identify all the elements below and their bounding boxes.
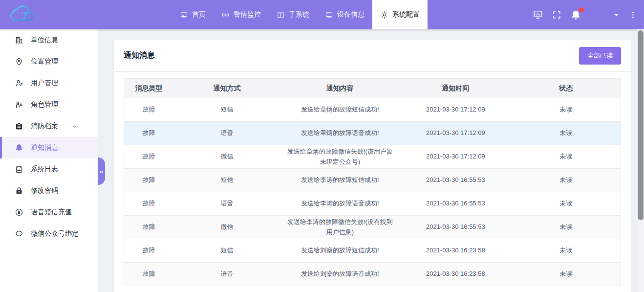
bell-icon[interactable] xyxy=(570,9,581,21)
table-row[interactable]: 故障语音发送给刘燊的故障语音成功!2021-03-30 16:23:58未读 xyxy=(124,263,621,286)
notify-time-cell: 2021-03-30 16:23:58 xyxy=(400,263,512,286)
notify-content-cell: 发送给李涛的故障短信成功! xyxy=(280,169,400,192)
notify-method-cell: 短信 xyxy=(173,169,280,192)
msg-type-cell: 故障 xyxy=(124,216,174,239)
sidebar-item-log[interactable]: 系统日志 xyxy=(0,158,98,180)
recharge-icon xyxy=(15,208,23,217)
column-header: 消息类型 xyxy=(124,79,174,98)
sidebar-item-label: 单位信息 xyxy=(31,36,58,45)
nav-item-label: 系统配置 xyxy=(392,10,420,19)
column-header: 状态 xyxy=(512,79,621,98)
notify-content-cell: 发送给李涛的故障微信失败!(没有找到用户信息) xyxy=(280,216,400,239)
table-row[interactable]: 故障语音发送给李涛的故障语音成功!2021-03-30 16:55:53未读 xyxy=(124,192,621,216)
nav-item-label: 首页 xyxy=(192,10,206,19)
alarm-monitor-icon xyxy=(221,11,230,19)
notify-time-cell: 2021-03-30 16:23:58 xyxy=(400,239,512,263)
card-header: 通知消息 全部已读 xyxy=(114,40,631,72)
table-row[interactable]: 故障短信发送给章炳的故障短信成功!2021-03-30 17:12:09未读 xyxy=(124,98,621,122)
dashboard-icon[interactable] xyxy=(533,9,543,20)
notification-table-wrap: 消息类型通知方式通知内容通知时间状态 故障短信发送给章炳的故障短信成功!2021… xyxy=(114,72,631,286)
table-header-row: 消息类型通知方式通知内容通知时间状态 xyxy=(124,79,621,98)
sidebar-item-user[interactable]: 用户管理 xyxy=(0,72,98,94)
nav-item-subsystem[interactable]: 子系统 xyxy=(269,0,317,29)
msg-type-cell: 故障 xyxy=(124,192,174,216)
notify-time-cell: 2021-03-30 16:55:53 xyxy=(400,192,512,216)
sidebar-item-clipboard[interactable]: 消防档案 xyxy=(0,115,98,137)
top-navbar: T 首页警情监控子系统设备信息系统配置 xyxy=(0,0,644,29)
clipboard-icon xyxy=(15,122,23,131)
column-header: 通知方式 xyxy=(173,79,280,98)
notify-method-cell: 微信 xyxy=(173,216,280,239)
role-icon xyxy=(15,100,23,109)
nav-item-label: 警情监控 xyxy=(234,10,261,19)
lock-icon xyxy=(15,186,23,195)
wechat-icon xyxy=(15,229,23,238)
notify-content-cell: 发送给刘燊的故障短信成功! xyxy=(280,239,400,263)
sidebar-item-recharge[interactable]: 语音短信充值 xyxy=(0,202,98,223)
device-info-icon xyxy=(325,11,333,19)
sidebar: 单位信息位置管理用户管理角色管理消防档案通知消息系统日志修改密码语音短信充值微信… xyxy=(0,29,98,292)
caret-down-icon[interactable] xyxy=(613,11,620,19)
notification-table: 消息类型通知方式通知内容通知时间状态 故障短信发送给章炳的故障短信成功!2021… xyxy=(124,78,621,286)
sidebar-collapse-toggle[interactable]: « xyxy=(98,157,105,185)
fullscreen-icon[interactable] xyxy=(552,10,561,20)
status-cell: 未读 xyxy=(512,192,621,216)
cloud-logo-icon: T xyxy=(9,2,41,27)
table-row[interactable]: 故障微信发送给章炳的故障微信失败!(该用户暂未绑定公众号)2021-03-30 … xyxy=(124,145,621,169)
msg-type-cell: 故障 xyxy=(124,169,174,192)
log-icon xyxy=(15,165,23,174)
status-cell: 未读 xyxy=(512,263,621,286)
nav-item-label: 子系统 xyxy=(289,10,309,19)
table-row[interactable]: 故障短信发送给刘燊的故障短信成功!2021-03-30 16:23:58未读 xyxy=(124,239,621,263)
nav-item-alarm-monitor[interactable]: 警情监控 xyxy=(214,0,269,29)
table-row[interactable]: 故障短信发送给李涛的故障短信成功!2021-03-30 16:55:53未读 xyxy=(124,169,621,192)
sidebar-item-wechat[interactable]: 微信公众号绑定 xyxy=(0,223,98,245)
table-body: 故障短信发送给章炳的故障短信成功!2021-03-30 17:12:09未读故障… xyxy=(124,98,621,286)
notify-method-cell: 语音 xyxy=(173,192,280,216)
nav-item-gear[interactable]: 系统配置 xyxy=(372,0,428,29)
nav-item-device-info[interactable]: 设备信息 xyxy=(317,0,372,29)
sidebar-item-label: 语音短信充值 xyxy=(31,208,72,217)
notify-content-cell: 发送给章炳的故障语音成功! xyxy=(280,122,400,145)
column-header: 通知内容 xyxy=(280,79,400,98)
msg-type-cell: 故障 xyxy=(124,263,174,286)
sidebar-item-label: 系统日志 xyxy=(31,165,58,174)
notify-method-cell: 短信 xyxy=(173,98,280,122)
notify-method-cell: 短信 xyxy=(173,239,280,263)
mark-all-read-button[interactable]: 全部已读 xyxy=(579,47,621,65)
notify-method-cell: 微信 xyxy=(173,145,280,169)
notify-content-cell: 发送给刘燊的故障语音成功! xyxy=(280,263,400,286)
table-row[interactable]: 故障语音发送给章炳的故障语音成功!2021-03-30 17:12:09未读 xyxy=(124,122,621,145)
sidebar-item-label: 消防档案 xyxy=(31,122,58,131)
sidebar-item-label: 用户管理 xyxy=(31,79,58,88)
sidebar-item-lock[interactable]: 修改密码 xyxy=(0,180,98,202)
scrollbar-thumb[interactable] xyxy=(638,30,644,220)
scrollbar-track xyxy=(637,29,644,292)
sidebar-item-role[interactable]: 角色管理 xyxy=(0,94,98,115)
sidebar-item-location-pin[interactable]: 位置管理 xyxy=(0,51,98,72)
notify-time-cell: 2021-03-30 16:55:53 xyxy=(400,169,512,192)
kebab-menu-icon[interactable] xyxy=(629,11,637,19)
msg-type-cell: 故障 xyxy=(124,98,174,122)
location-pin-icon xyxy=(15,57,23,66)
table-row[interactable]: 故障微信发送给李涛的故障微信失败!(没有找到用户信息)2021-03-30 16… xyxy=(124,216,621,239)
msg-type-cell: 故障 xyxy=(124,239,174,263)
sidebar-item-label: 角色管理 xyxy=(31,100,58,109)
sidebar-item-label: 位置管理 xyxy=(31,57,58,66)
notification-badge-dot xyxy=(579,7,584,12)
nav-item-label: 设备信息 xyxy=(337,10,365,19)
status-cell: 未读 xyxy=(512,216,621,239)
notify-method-cell: 语音 xyxy=(173,263,280,286)
notify-content-cell: 发送给李涛的故障语音成功! xyxy=(280,192,400,216)
sidebar-item-label: 通知消息 xyxy=(31,143,58,152)
sidebar-item-bell[interactable]: 通知消息 xyxy=(0,137,98,158)
notify-time-cell: 2021-03-30 16:55:53 xyxy=(400,216,512,239)
notify-time-cell: 2021-03-30 17:12:09 xyxy=(400,122,512,145)
sidebar-item-label: 微信公众号绑定 xyxy=(31,229,79,238)
notify-content-cell: 发送给章炳的故障微信失败!(该用户暂未绑定公众号) xyxy=(280,145,400,169)
nav-item-home[interactable]: 首页 xyxy=(172,0,214,29)
notify-time-cell: 2021-03-30 17:12:09 xyxy=(400,98,512,122)
status-cell: 未读 xyxy=(512,239,621,263)
nav-menu: 首页警情监控子系统设备信息系统配置 xyxy=(172,0,428,29)
sidebar-item-building[interactable]: 单位信息 xyxy=(0,29,98,51)
